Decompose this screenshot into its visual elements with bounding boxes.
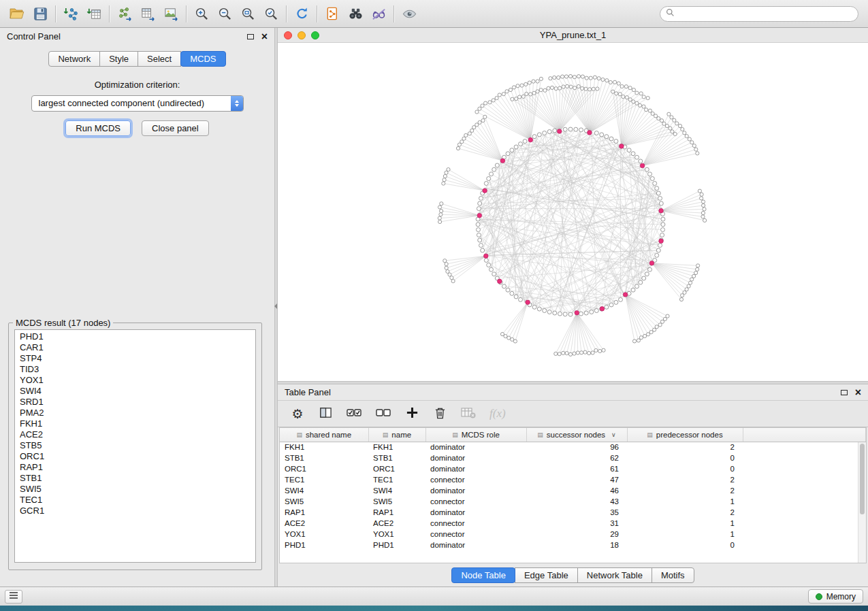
column-header-predecessor-nodes[interactable]: ▤predecessor nodes <box>627 428 743 442</box>
save-button[interactable] <box>29 3 52 24</box>
table-row[interactable]: SWI4SWI4dominator462 <box>280 485 866 496</box>
import-table-button[interactable] <box>82 3 106 24</box>
float-table-panel-icon[interactable] <box>841 390 848 395</box>
settings-gear-button[interactable]: ⚙ <box>290 405 305 423</box>
mcds-result-item[interactable]: ACE2 <box>15 429 255 440</box>
tab-mcds[interactable]: MCDS <box>180 51 225 67</box>
window-minimize-button[interactable] <box>298 31 306 39</box>
column-header-MCDS-role[interactable]: ▤MCDS role <box>425 428 526 442</box>
mcds-result-item[interactable]: PHD1 <box>15 331 255 342</box>
column-header-name[interactable]: ▤name <box>368 428 425 442</box>
sort-dropdown-icon[interactable]: ∨ <box>611 431 616 438</box>
zoom-out-icon <box>217 6 233 22</box>
close-panel-button[interactable]: Close panel <box>142 120 209 136</box>
zoom-in-button[interactable] <box>190 3 213 24</box>
search-icon <box>666 7 675 20</box>
vertical-splitter[interactable] <box>274 28 278 587</box>
table-row[interactable]: ACE2ACE2connector311 <box>280 518 866 529</box>
mcds-result-item[interactable]: ORC1 <box>15 451 255 462</box>
table-cell: 2 <box>627 474 743 485</box>
zoom-out-button[interactable] <box>213 3 236 24</box>
mcds-result-item[interactable]: SWI5 <box>15 484 255 495</box>
zoom-in-icon <box>194 6 210 22</box>
table-row[interactable]: PHD1PHD1dominator180 <box>280 540 866 550</box>
table-row[interactable]: SWI5SWI5connector431 <box>280 496 866 507</box>
zoom-fit-button[interactable] <box>236 3 259 24</box>
hide-glasses-button[interactable] <box>367 3 390 24</box>
table-row[interactable]: TEC1TEC1connector472 <box>280 474 866 485</box>
tab-network[interactable]: Network <box>48 51 100 67</box>
column-chooser-button[interactable] <box>318 405 333 423</box>
share-document-button[interactable] <box>321 3 344 24</box>
table-cell: 2 <box>627 507 743 518</box>
tab-edge-table[interactable]: Edge Table <box>515 567 578 583</box>
tab-style[interactable]: Style <box>99 51 138 67</box>
toolbar-separator <box>393 5 394 22</box>
tab-node-table[interactable]: Node Table <box>451 567 515 583</box>
export-network-button[interactable] <box>113 3 136 24</box>
mcds-result-item[interactable]: STP4 <box>15 353 255 364</box>
table-scrollbar[interactable] <box>858 442 866 563</box>
table-row[interactable]: ORC1ORC1dominator610 <box>280 463 866 474</box>
open-folder-button[interactable] <box>5 3 29 24</box>
mcds-result-item[interactable]: TID3 <box>15 364 255 375</box>
search-box[interactable] <box>660 6 858 22</box>
tab-select[interactable]: Select <box>138 51 181 67</box>
status-menu-button[interactable] <box>5 590 22 604</box>
table-row[interactable]: FKH1FKH1dominator962 <box>280 442 866 452</box>
criterion-dropdown[interactable]: largest connected component (undirected) <box>31 95 244 112</box>
network-graph[interactable] <box>278 43 868 381</box>
refresh-icon <box>294 6 310 22</box>
mcds-result-item[interactable]: GCR1 <box>15 506 255 516</box>
close-panel-icon[interactable]: × <box>261 31 268 42</box>
column-header-successor-nodes[interactable]: ▤successor nodes∨ <box>526 428 627 442</box>
delete-entry-button[interactable] <box>432 405 447 423</box>
mcds-result-item[interactable]: FKH1 <box>15 418 255 429</box>
table-scrollbar-thumb[interactable] <box>860 444 865 514</box>
mcds-result-item[interactable]: RAP1 <box>15 462 255 473</box>
mcds-result-item[interactable]: SRD1 <box>15 397 255 408</box>
table-cell-filler <box>743 518 866 529</box>
mcds-result-item[interactable]: STB1 <box>15 473 255 484</box>
import-network-button[interactable] <box>59 3 82 24</box>
mcds-result-item[interactable]: SWI4 <box>15 386 255 397</box>
table-row[interactable]: STB1STB1dominator620 <box>280 452 866 463</box>
run-mcds-button[interactable]: Run MCDS <box>65 120 131 136</box>
network-canvas[interactable] <box>278 43 868 381</box>
window-zoom-button[interactable] <box>311 31 319 39</box>
mcds-result-list[interactable]: PHD1CAR1STP4TID3YOX1SWI4SRD1PMA2FKH1ACE2… <box>14 329 256 563</box>
export-image-button[interactable] <box>159 3 182 24</box>
table-cell: SWI5 <box>280 496 368 507</box>
memory-button[interactable]: Memory <box>808 589 863 604</box>
zoom-selected-button[interactable] <box>259 3 283 24</box>
mcds-result-item[interactable]: YOX1 <box>15 375 255 386</box>
search-input[interactable] <box>679 9 852 18</box>
network-window-titlebar: YPA_prune.txt_1 <box>278 28 868 43</box>
tab-motifs[interactable]: Motifs <box>652 567 694 583</box>
search-network-button[interactable] <box>344 3 367 24</box>
tab-network-table[interactable]: Network Table <box>577 567 652 583</box>
mcds-result-item[interactable]: CAR1 <box>15 342 255 353</box>
table-cell: 1 <box>627 529 743 540</box>
show-eye-button[interactable] <box>398 3 421 24</box>
add-entry-button[interactable] <box>404 405 419 423</box>
dropdown-stepper-icon <box>231 95 244 112</box>
column-header-shared-name[interactable]: ▤shared name <box>280 428 368 442</box>
clear-selection-button[interactable] <box>375 405 391 423</box>
table-row[interactable]: RAP1RAP1dominator352 <box>280 507 866 518</box>
refresh-button[interactable] <box>290 3 313 24</box>
select-all-button[interactable] <box>346 405 362 423</box>
mcds-result-item[interactable]: TEC1 <box>15 495 255 506</box>
table-cell: 1 <box>627 496 743 507</box>
toolbar-separator <box>55 5 56 22</box>
window-close-button[interactable] <box>284 31 292 39</box>
export-table-button[interactable] <box>136 3 159 24</box>
table-cell: FKH1 <box>368 442 425 452</box>
table-cell: 1 <box>627 518 743 529</box>
table-row[interactable]: YOX1YOX1connector291 <box>280 529 866 540</box>
table-cell: connector <box>425 518 526 529</box>
float-panel-icon[interactable] <box>247 34 254 39</box>
mcds-result-item[interactable]: PMA2 <box>15 408 255 418</box>
mcds-result-item[interactable]: STB5 <box>15 440 255 451</box>
close-table-panel-icon[interactable]: × <box>855 387 861 398</box>
